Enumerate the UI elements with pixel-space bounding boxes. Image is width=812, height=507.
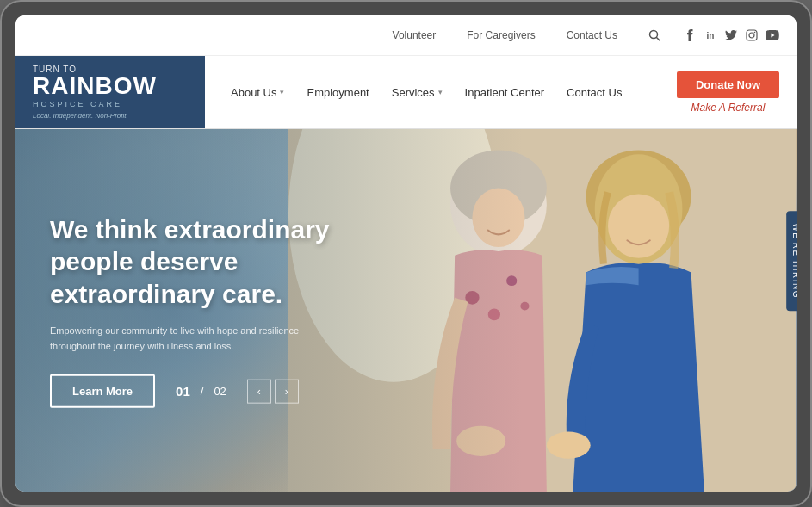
slide-separator: / — [201, 385, 204, 398]
slide-counter: 01 / 02 — [176, 384, 226, 399]
twitter-icon[interactable] — [724, 28, 738, 42]
linkedin-icon[interactable]: in — [704, 28, 717, 42]
slide-nav-buttons: ‹ › — [247, 379, 299, 403]
logo-top-text: Turn to — [33, 65, 188, 74]
svg-line-1 — [657, 38, 660, 41]
slide-prev-button[interactable]: ‹ — [247, 379, 271, 403]
top-nav-bar: Volunteer For Caregivers Contact Us in — [15, 15, 797, 56]
nav-employment[interactable]: Employment — [298, 79, 377, 106]
instagram-icon[interactable] — [745, 28, 759, 42]
we-hiring-tab[interactable]: We're Hiring — [787, 211, 797, 311]
svg-point-4 — [754, 32, 756, 34]
nav-cta-buttons: Donate Now Make A Referral — [663, 66, 779, 119]
logo-area: Turn to RAINBOW HOSPICE CARE Local. Inde… — [15, 56, 205, 128]
logo-tagline: Local. Independent. Non-Profit. — [33, 112, 188, 120]
social-icons: in — [683, 28, 779, 42]
logo-main-text: RAINBOW — [33, 74, 188, 98]
main-nav: Turn to RAINBOW HOSPICE CARE Local. Inde… — [15, 56, 797, 129]
top-nav-volunteer[interactable]: Volunteer — [384, 22, 445, 48]
donate-now-button[interactable]: Donate Now — [677, 71, 779, 98]
nav-contact-us[interactable]: Contact Us — [558, 79, 630, 106]
make-referral-link[interactable]: Make A Referral — [691, 102, 766, 114]
facebook-icon[interactable] — [683, 28, 697, 42]
hero-heading: We think extraordinary people deserve ex… — [50, 213, 360, 310]
hero-content: We think extraordinary people deserve ex… — [50, 213, 360, 408]
slide-next-button[interactable]: › — [275, 379, 299, 403]
nav-services[interactable]: Services ▾ — [383, 79, 451, 106]
main-nav-links-area: About Us ▾ Employment Services ▾ Inpatie… — [205, 56, 797, 128]
svg-point-3 — [749, 33, 754, 38]
nav-links: About Us ▾ Employment Services ▾ Inpatie… — [222, 79, 630, 106]
search-icon[interactable] — [642, 29, 667, 41]
logo-sub-text: HOSPICE CARE — [33, 100, 188, 108]
nav-inpatient-center[interactable]: Inpatient Center — [456, 79, 554, 106]
hero-subtext: Empowering our community to live with ho… — [50, 324, 308, 354]
slide-total-number: 02 — [214, 385, 226, 398]
hero-section: We think extraordinary people deserve ex… — [15, 129, 797, 492]
hero-bottom-controls: Learn More 01 / 02 ‹ › — [50, 374, 360, 408]
device-frame: Volunteer For Caregivers Contact Us in — [0, 0, 812, 507]
top-nav-contact-us[interactable]: Contact Us — [558, 22, 626, 48]
slide-current-number: 01 — [176, 384, 190, 399]
youtube-icon[interactable] — [766, 28, 779, 42]
chevron-down-icon-services: ▾ — [438, 88, 443, 96]
nav-about-us[interactable]: About Us ▾ — [222, 79, 293, 106]
browser-window: Volunteer For Caregivers Contact Us in — [15, 15, 797, 492]
svg-rect-2 — [747, 30, 757, 40]
learn-more-button[interactable]: Learn More — [50, 374, 155, 408]
top-nav-links: Volunteer For Caregivers Contact Us — [384, 22, 626, 48]
chevron-down-icon: ▾ — [280, 88, 284, 96]
top-nav-for-caregivers[interactable]: For Caregivers — [458, 22, 543, 48]
